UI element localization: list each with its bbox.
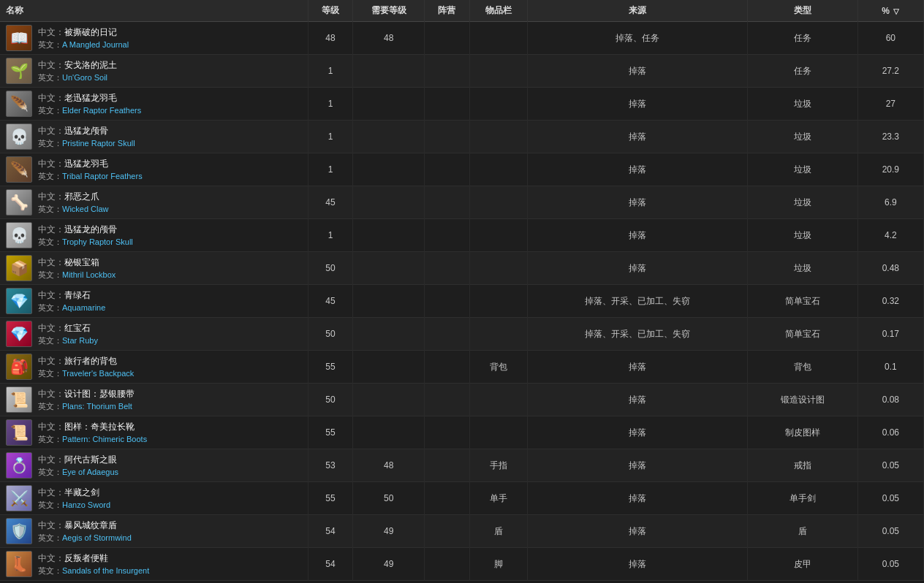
item-cn-name: 中文：半藏之剑 (38, 487, 110, 499)
item-cn-name: 中文：反叛者便鞋 (38, 552, 149, 565)
item-en-name: 英文：Plans: Thorium Belt (38, 401, 135, 412)
item-name-cell: 🦴 中文：邪恶之爪 英文：Wicked Claw (0, 186, 308, 219)
item-faction (425, 515, 470, 548)
item-name-cell: 💀 中文：迅猛龙颅骨 英文：Pristine Raptor Skull (0, 121, 308, 153)
item-names: 中文：反叛者便鞋 英文：Sandals of the Insurgent (38, 552, 149, 576)
item-slot: 单手 (469, 482, 528, 515)
item-en-name: 英文：Pattern: Chimeric Boots (38, 434, 147, 445)
item-names: 中文：旅行者的背包 英文：Traveler's Backpack (38, 355, 134, 379)
col-type[interactable]: 类型 (748, 0, 857, 22)
item-cn-name: 中文：老迅猛龙羽毛 (38, 92, 141, 104)
item-source: 掉落 (528, 351, 748, 384)
item-source: 掉落 (528, 548, 748, 581)
item-name-cell: 🪶 中文：迅猛龙羽毛 英文：Tribal Raptor Feathers (0, 153, 308, 186)
item-source: 掉落 (528, 252, 748, 285)
table-row[interactable]: 📦 中文：秘银宝箱 英文：Mithril Lockbox 50掉落垃圾0.48 (0, 252, 924, 285)
item-type: 任务 (748, 55, 857, 88)
table-row[interactable]: 📜 中文：图样：奇美拉长靴 英文：Pattern: Chimeric Boots… (0, 416, 924, 449)
table-row[interactable]: 💍 中文：阿代古斯之眼 英文：Eye of Adaegus 5348手指掉落戒指… (0, 449, 924, 482)
item-icon: ⚔️ (6, 485, 32, 511)
table-row[interactable]: 📖 中文：被撕破的日记 英文：A Mangled Journal 4848掉落、… (0, 22, 924, 55)
item-slot (469, 416, 528, 449)
table-row[interactable]: 🪶 中文：迅猛龙羽毛 英文：Tribal Raptor Feathers 1掉落… (0, 153, 924, 186)
table-row[interactable]: 💀 中文：迅猛龙颅骨 英文：Pristine Raptor Skull 1掉落垃… (0, 121, 924, 153)
item-req-level (353, 351, 425, 384)
item-en-name: 英文：Aquamarine (38, 302, 105, 313)
item-type: 垃圾 (748, 252, 857, 285)
item-faction (425, 285, 470, 318)
table-row[interactable]: ⚔️ 中文：半藏之剑 英文：Hanzo Sword 5550单手掉落单手剑0.0… (0, 482, 924, 515)
item-names: 中文：阿代古斯之眼 英文：Eye of Adaegus (38, 454, 118, 478)
col-faction[interactable]: 阵营 (425, 0, 470, 22)
item-cn-name: 中文：青绿石 (38, 289, 105, 302)
item-faction (425, 153, 470, 186)
item-source: 掉落、开采、已加工、失窃 (528, 318, 748, 351)
item-req-level (353, 153, 425, 186)
table-row[interactable]: 💎 中文：青绿石 英文：Aquamarine 45掉落、开采、已加工、失窃简单宝… (0, 285, 924, 318)
item-icon: 💎 (6, 288, 32, 314)
item-req-level: 49 (353, 548, 425, 581)
item-level: 55 (308, 351, 353, 384)
item-type: 单手剑 (748, 482, 857, 515)
item-req-level (353, 186, 425, 219)
col-slot[interactable]: 物品栏 (469, 0, 528, 22)
item-faction (425, 186, 470, 219)
item-faction (425, 351, 470, 384)
item-name-cell: 🎒 中文：旅行者的背包 英文：Traveler's Backpack (0, 351, 308, 384)
item-type: 锻造设计图 (748, 384, 857, 416)
item-name-cell: 📖 中文：被撕破的日记 英文：A Mangled Journal (0, 22, 308, 55)
table-row[interactable]: 💀 中文：迅猛龙的颅骨 英文：Trophy Raptor Skull 1掉落垃圾… (0, 219, 924, 252)
item-slot (469, 55, 528, 88)
item-en-name: 英文：Tribal Raptor Feathers (38, 171, 143, 182)
col-req-level[interactable]: 需要等级 (353, 0, 425, 22)
item-type: 简单宝石 (748, 318, 857, 351)
table-row[interactable]: 👢 中文：反叛者便鞋 英文：Sandals of the Insurgent 5… (0, 548, 924, 581)
item-icon: 🛡️ (6, 518, 32, 544)
table-row[interactable]: 🪶 中文：老迅猛龙羽毛 英文：Elder Raptor Feathers 1掉落… (0, 88, 924, 121)
item-name-cell: 💎 中文：红宝石 英文：Star Ruby (0, 318, 308, 351)
item-cn-name: 中文：旅行者的背包 (38, 355, 134, 367)
item-level: 1 (308, 153, 353, 186)
item-names: 中文：红宝石 英文：Star Ruby (38, 322, 98, 346)
table-row[interactable]: 🌱 中文：安戈洛的泥土 英文：Un'Goro Soil 1掉落任务27.2 (0, 55, 924, 88)
col-percent[interactable]: % ▽ (857, 0, 923, 22)
item-icon: 📜 (6, 419, 32, 446)
table-row[interactable]: 💎 中文：红宝石 英文：Star Ruby 50掉落、开采、已加工、失窃简单宝石… (0, 318, 924, 351)
item-names: 中文：安戈洛的泥土 英文：Un'Goro Soil (38, 59, 117, 83)
item-cn-name: 中文：安戈洛的泥土 (38, 59, 117, 72)
item-level: 1 (308, 55, 353, 88)
item-level: 53 (308, 449, 353, 482)
item-percent: 0.1 (857, 351, 923, 384)
item-name-cell: 💍 中文：阿代古斯之眼 英文：Eye of Adaegus (0, 449, 308, 482)
item-req-level (353, 219, 425, 252)
item-percent: 27.2 (857, 55, 923, 88)
item-source: 掉落 (528, 153, 748, 186)
item-cn-name: 中文：邪恶之爪 (38, 191, 109, 203)
table-row[interactable]: 🦴 中文：邪恶之爪 英文：Wicked Claw 45掉落垃圾6.9 (0, 186, 924, 219)
item-source: 掉落、任务 (528, 22, 748, 55)
item-level: 1 (308, 121, 353, 153)
item-req-level: 50 (353, 482, 425, 515)
table-row[interactable]: 🎒 中文：旅行者的背包 英文：Traveler's Backpack 55背包掉… (0, 351, 924, 384)
item-name-cell: 📦 中文：秘银宝箱 英文：Mithril Lockbox (0, 252, 308, 285)
item-percent: 4.2 (857, 219, 923, 252)
item-names: 中文：老迅猛龙羽毛 英文：Elder Raptor Feathers (38, 92, 141, 116)
table-row[interactable]: 🛡️ 中文：暴风城纹章盾 英文：Aegis of Stormwind 5449盾… (0, 515, 924, 548)
item-names: 中文：迅猛龙颅骨 英文：Pristine Raptor Skull (38, 125, 135, 149)
item-slot (469, 318, 528, 351)
item-percent: 60 (857, 22, 923, 55)
item-cn-name: 中文：迅猛龙颅骨 (38, 125, 135, 137)
item-cn-name: 中文：暴风城纹章盾 (38, 519, 132, 532)
col-level[interactable]: 等级 (308, 0, 353, 22)
item-percent: 0.48 (857, 252, 923, 285)
item-slot (469, 384, 528, 416)
item-req-level (353, 55, 425, 88)
col-name[interactable]: 名称 (0, 0, 308, 22)
item-percent: 27 (857, 88, 923, 121)
table-row[interactable]: 📜 中文：设计图：瑟银腰带 英文：Plans: Thorium Belt 50掉… (0, 384, 924, 416)
col-source[interactable]: 来源 (528, 0, 748, 22)
item-name-cell: 💀 中文：迅猛龙的颅骨 英文：Trophy Raptor Skull (0, 219, 308, 252)
item-en-name: 英文：Eye of Adaegus (38, 467, 118, 478)
item-names: 中文：图样：奇美拉长靴 英文：Pattern: Chimeric Boots (38, 421, 147, 445)
item-icon: 🦴 (6, 189, 32, 216)
